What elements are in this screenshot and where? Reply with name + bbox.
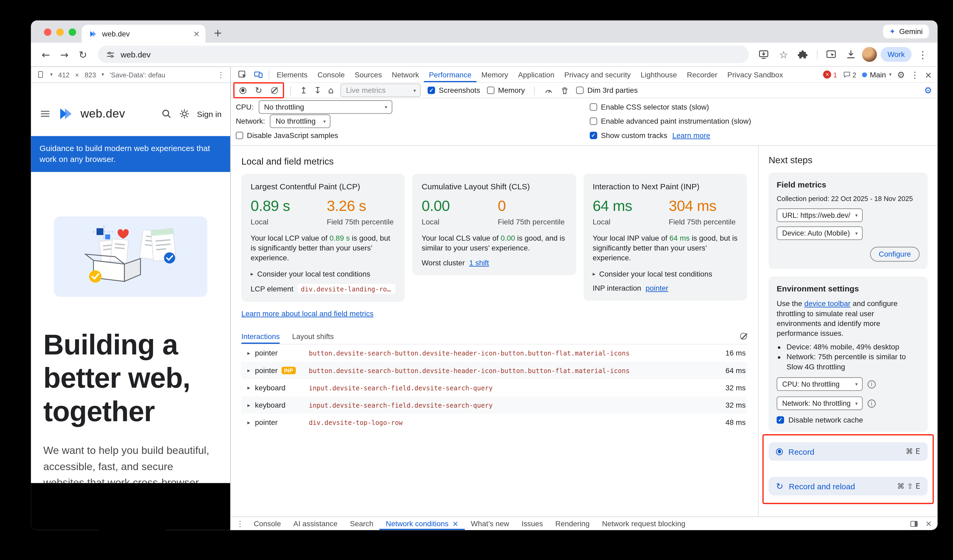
new-tab-button[interactable]: + [210, 25, 226, 41]
context-selector[interactable]: Main ▾ [862, 70, 891, 79]
tab-interactions[interactable]: Interactions [241, 328, 279, 344]
forward-button[interactable]: → [56, 46, 73, 63]
profile-avatar[interactable] [862, 47, 877, 62]
record-and-reload-button[interactable]: ↻ Record and reload ⌘ ⇧ E [768, 477, 928, 495]
cpu-throttling-select[interactable]: No throttling ▾ [259, 100, 392, 114]
tab-privacy-sandbox[interactable]: Privacy Sandbox [722, 67, 788, 82]
console-errors-badge[interactable]: × 1 [823, 70, 837, 79]
network-gauge-icon[interactable] [544, 86, 553, 95]
minimize-window-button[interactable] [56, 28, 64, 36]
inp-interaction-link[interactable]: pointer [646, 284, 668, 293]
caret-right-icon[interactable]: ▸ [243, 402, 255, 408]
load-profile-icon[interactable]: ↥ [300, 85, 307, 95]
drawer-tab-ai-assistance[interactable]: AI assistance [287, 517, 344, 530]
sign-in-link[interactable]: Sign in [197, 109, 221, 119]
history-select[interactable]: Live metrics ▾ [341, 84, 421, 97]
devtools-settings-icon[interactable]: ⚙ [897, 70, 905, 79]
env-cpu-select[interactable]: CPU: No throttling ▾ [777, 377, 863, 391]
clear-icon[interactable] [271, 87, 278, 94]
browser-tab[interactable]: web.dev × [82, 25, 205, 43]
url-bar[interactable]: web.dev [98, 46, 749, 63]
custom-tracks-learn-more-link[interactable]: Learn more [672, 131, 710, 140]
bookmark-star-icon[interactable]: ☆ [775, 46, 792, 63]
device-toolbar-menu-icon[interactable]: ⋮ [217, 70, 225, 79]
lcp-element-chip[interactable]: div.devsite-landing-row-ite… [298, 284, 396, 294]
save-profile-icon[interactable]: ↧ [314, 85, 321, 95]
inspect-element-icon[interactable] [234, 67, 250, 82]
drawer-close-icon[interactable]: × [925, 519, 932, 528]
capture-settings-gear-icon[interactable]: ⚙ [924, 85, 932, 95]
record-icon[interactable] [239, 87, 246, 94]
disable-network-cache-checkbox[interactable]: ✓ Disable network cache [777, 416, 919, 424]
browser-menu-icon[interactable]: ⋮ [914, 46, 931, 63]
interaction-row[interactable]: ▸ pointer div.devsite-top-logo-row 48 ms [241, 414, 747, 431]
window-cursor-icon[interactable] [823, 46, 840, 63]
tab-close-icon[interactable]: × [193, 29, 200, 38]
site-logo-text[interactable]: web.dev [80, 107, 125, 121]
close-window-button[interactable] [44, 28, 51, 36]
garbage-collect-icon[interactable] [560, 86, 570, 95]
memory-checkbox[interactable]: ✓ Memory [487, 86, 525, 95]
caret-right-icon[interactable]: ▸ [243, 368, 255, 374]
caret-right-icon[interactable]: ▸ [243, 385, 255, 391]
drawer-tab-console[interactable]: Console [247, 517, 287, 530]
drawer-tab-network-request-blocking[interactable]: Network request blocking [596, 517, 691, 530]
network-info-icon[interactable]: i [868, 399, 875, 407]
device-select-icon[interactable] [36, 70, 44, 79]
extensions-icon[interactable] [795, 46, 812, 63]
caret-right-icon[interactable]: ▸ [243, 419, 255, 425]
theme-toggle-icon[interactable] [179, 108, 190, 119]
env-network-select[interactable]: Network: No throttling ▾ [777, 396, 863, 410]
lcp-test-conditions-expander[interactable]: ▸ Consider your local test conditions [251, 270, 396, 278]
screenshots-checkbox[interactable]: ✓ Screenshots [428, 86, 480, 95]
cls-shift-link[interactable]: 1 shift [469, 258, 489, 267]
tab-application[interactable]: Application [513, 67, 559, 82]
tab-recorder[interactable]: Recorder [682, 67, 722, 82]
drawer-menu-icon[interactable]: ⋮ [236, 519, 244, 528]
viewport-width[interactable]: 412 [58, 71, 70, 78]
drawer-tab-network-conditions[interactable]: Network conditions × [380, 517, 465, 530]
devtools-close-icon[interactable]: × [925, 70, 932, 79]
interaction-row[interactable]: ▸ pointer button.devsite-search-button.d… [241, 345, 747, 362]
metrics-learn-more-link[interactable]: Learn more about local and field metrics [241, 309, 373, 318]
tab-layout-shifts[interactable]: Layout shifts [292, 328, 334, 344]
viewport-height[interactable]: 823 [85, 71, 96, 78]
disable-js-samples-checkbox[interactable]: ✓ Disable JavaScript samples [236, 131, 338, 140]
device-toolbar-link[interactable]: device toolbar [804, 299, 851, 308]
drawer-tab-search[interactable]: Search [344, 517, 380, 530]
dim-3rd-parties-checkbox[interactable]: ✓ Dim 3rd parties [576, 86, 638, 95]
hamburger-menu-icon[interactable] [40, 108, 51, 119]
drawer-tab-issues[interactable]: Issues [515, 517, 549, 530]
tab-performance[interactable]: Performance [424, 67, 476, 82]
inp-test-conditions-expander[interactable]: ▸ Consider your local test conditions [593, 270, 738, 278]
record-button[interactable]: Record ⌘ E [768, 442, 928, 461]
dock-panel-icon[interactable] [910, 519, 919, 528]
gemini-button[interactable]: ✦ Gemini [883, 25, 929, 38]
drawer-tab-rendering[interactable]: Rendering [549, 517, 596, 530]
record-and-reload-icon[interactable]: ↻ [255, 85, 262, 95]
live-metrics-home-icon[interactable]: ⌂ [328, 85, 334, 95]
zoom-select-icon[interactable]: ▾ [102, 72, 104, 77]
site-settings-icon[interactable] [106, 50, 115, 59]
tab-elements[interactable]: Elements [272, 67, 313, 82]
zoom-window-button[interactable] [69, 28, 76, 36]
tab-privacy-security[interactable]: Privacy and security [559, 67, 636, 82]
drawer-tab-whats-new[interactable]: What’s new [465, 517, 515, 530]
caret-right-icon[interactable]: ▸ [243, 350, 255, 356]
install-icon[interactable] [755, 46, 772, 63]
reload-button[interactable]: ↻ [74, 46, 92, 63]
search-icon[interactable] [161, 108, 172, 119]
interaction-row[interactable]: ▸ keyboard input.devsite-search-field.de… [241, 379, 747, 396]
configure-button[interactable]: Configure [870, 247, 919, 261]
interaction-row[interactable]: ▸ pointerINP button.devsite-search-butto… [241, 362, 747, 379]
webdev-logo[interactable] [57, 106, 73, 122]
tab-sources[interactable]: Sources [349, 67, 387, 82]
close-icon[interactable]: × [452, 519, 458, 528]
custom-tracks-checkbox[interactable]: ✓ Show custom tracks [590, 131, 667, 140]
save-data-select[interactable]: 'Save-Data': defau [110, 71, 165, 78]
issues-badge[interactable]: 2 [843, 70, 856, 79]
cpu-info-icon[interactable]: i [868, 380, 875, 388]
interaction-row[interactable]: ▸ keyboard input.devsite-search-field.de… [241, 396, 747, 414]
chevron-down-icon[interactable]: ▾ [50, 72, 53, 77]
downloads-icon[interactable] [842, 46, 860, 63]
